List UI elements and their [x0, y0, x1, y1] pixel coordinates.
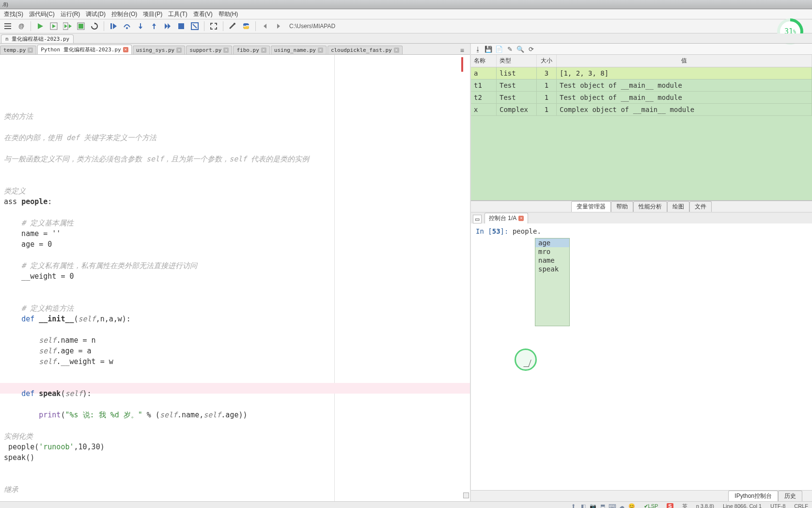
menu-run[interactable]: 运行(R) [58, 10, 83, 18]
menu-console[interactable]: 控制台(O) [109, 10, 140, 18]
svg-marker-7 [64, 24, 67, 28]
tray-icon[interactable]: ⌨ [609, 503, 616, 508]
code-editor[interactable]: 类的方法 在类的内部，使用 def 关键字来定义一个方法 与一般函数定义不同，类… [0, 55, 470, 501]
col-header-size[interactable]: 大小 [537, 55, 557, 67]
tab-temp[interactable]: temp.py× [0, 46, 36, 54]
close-icon[interactable]: × [28, 48, 33, 53]
right-pane: ⭳ 💾 📄 ✎ 🔍 ⟳ 名称 类型 大小 值 a list 3 [1, 2, 3… [471, 44, 812, 501]
python-path-icon[interactable] [240, 20, 252, 32]
svg-marker-18 [168, 23, 171, 29]
tray-icon[interactable]: 😊 [628, 503, 635, 508]
tab-help[interactable]: 帮助 [611, 201, 633, 212]
ime-indicator[interactable]: S [667, 503, 673, 508]
run-icon[interactable] [34, 20, 46, 32]
close-icon[interactable]: × [318, 48, 323, 53]
autocomplete-option[interactable]: name [535, 256, 569, 265]
run-cell-advance-icon[interactable] [62, 20, 73, 32]
tray-icon[interactable]: ⬆ [570, 503, 577, 508]
menu-tools[interactable]: 工具(T) [165, 10, 190, 18]
autocomplete-option[interactable]: age [535, 238, 569, 247]
autocomplete-option[interactable]: mro [535, 247, 569, 256]
close-icon[interactable]: × [176, 48, 182, 53]
tray-icon[interactable]: 📷 [590, 503, 596, 508]
tab-using-sys[interactable]: using_sys.py× [133, 46, 185, 54]
svg-rect-1 [4, 26, 11, 27]
tab-variable-explorer[interactable]: 变量管理器 [571, 201, 611, 212]
right-top-tabs: 变量管理器 帮助 性能分析 绘图 文件 [471, 201, 812, 212]
nav-forward-icon[interactable] [273, 20, 284, 32]
tab-support[interactable]: support.py× [186, 46, 232, 54]
variable-explorer[interactable]: 名称 类型 大小 值 a list 3 [1, 2, 3, 8] t1 Test… [471, 55, 812, 201]
tab-files[interactable]: 文件 [689, 201, 712, 212]
table-row[interactable]: t2 Test 1 Test object of __main__ module [471, 92, 812, 104]
autocomplete-popup[interactable]: age mro name speak [535, 238, 570, 326]
window-title: .8) [0, 0, 812, 9]
close-icon[interactable]: × [123, 47, 128, 52]
preferences-icon[interactable] [227, 20, 238, 32]
nav-back-icon[interactable] [259, 20, 271, 32]
tab-profiler[interactable]: 性能分析 [633, 201, 667, 212]
tab-fibo[interactable]: fibo.py× [233, 46, 269, 54]
menu-debug[interactable]: 调试(D) [83, 10, 109, 18]
svg-marker-3 [38, 23, 43, 29]
save-icon[interactable]: 💾 [484, 45, 492, 53]
save-as-icon[interactable]: 📄 [495, 45, 503, 53]
collapse-marker [461, 57, 463, 72]
menu-search[interactable]: 查找(S) [1, 10, 26, 18]
close-icon[interactable]: × [394, 48, 399, 53]
tab-plots[interactable]: 绘图 [667, 201, 689, 212]
rerun-icon[interactable] [89, 20, 100, 32]
continue-icon[interactable] [162, 20, 173, 32]
close-icon[interactable]: × [223, 48, 229, 53]
breadcrumb[interactable]: n 量化编程基础-2023.py [1, 34, 74, 43]
tray-icon[interactable]: ◧ [580, 503, 587, 508]
close-icon[interactable]: × [518, 216, 524, 221]
tab-main[interactable]: Python 量化编程基础-2023.py× [37, 45, 131, 54]
console-tab[interactable]: 控制台 1/A × [484, 213, 528, 223]
run-selection-icon[interactable] [75, 20, 87, 32]
autocomplete-option[interactable]: speak [535, 265, 569, 273]
at-icon[interactable]: @ [16, 20, 27, 32]
menu-help[interactable]: 帮助(H) [216, 10, 241, 18]
variable-explorer-toolbar: ⭳ 💾 📄 ✎ 🔍 ⟳ [471, 44, 812, 55]
edit-icon[interactable]: ✎ [506, 45, 514, 53]
step-out-icon[interactable] [148, 20, 160, 32]
import-icon[interactable]: ⭳ [474, 45, 482, 53]
tab-cloudpickle[interactable]: cloudpickle_fast.py× [328, 46, 403, 54]
table-row[interactable]: a list 3 [1, 2, 3, 8] [471, 67, 812, 79]
new-console-icon[interactable]: ▭ [473, 215, 482, 223]
table-row[interactable]: x Complex 1 Complex object of __main__ m… [471, 104, 812, 116]
tab-overflow-icon[interactable]: ≡ [457, 47, 467, 54]
menu-source[interactable]: 源代码(C) [26, 10, 58, 18]
breadcrumb-bar: n 量化编程基础-2023.py [0, 33, 812, 44]
refresh-icon[interactable]: ⟳ [527, 45, 535, 53]
close-icon[interactable]: × [261, 48, 266, 53]
tray-icons: ⬆ ◧ 📷 ⬒ ⌨ ☁ 😊 [570, 503, 635, 508]
tray-icon[interactable]: ⬒ [599, 503, 606, 508]
debug-exit-icon[interactable] [189, 20, 201, 32]
tab-ipython-console[interactable]: IPython控制台 [728, 491, 778, 501]
tab-using-name[interactable]: using_name.py× [271, 46, 327, 54]
stop-icon[interactable] [175, 20, 187, 32]
ime-lang[interactable]: 英 [682, 503, 687, 508]
maximize-icon[interactable] [208, 20, 219, 32]
step-over-icon[interactable] [121, 20, 133, 32]
outline-icon[interactable] [2, 20, 14, 32]
console-pane: ▭ 控制台 1/A × In [53]: people. age mro nam… [471, 212, 812, 501]
menu-view[interactable]: 查看(V) [190, 10, 216, 18]
search-icon[interactable]: 🔍 [516, 45, 524, 53]
table-row[interactable]: t1 Test 1 Test object of __main__ module [471, 79, 812, 92]
col-header-name[interactable]: 名称 [471, 55, 497, 67]
menu-project[interactable]: 项目(P) [140, 10, 165, 18]
debug-step-icon[interactable] [108, 20, 119, 32]
status-eol: CRLF [794, 503, 808, 508]
toolbar: @ C:\Users\MIAPAD 31% CPU [0, 19, 812, 33]
col-header-type[interactable]: 类型 [497, 55, 537, 67]
step-into-icon[interactable] [135, 20, 146, 32]
run-cell-icon[interactable] [48, 20, 60, 32]
tray-icon[interactable]: ☁ [619, 503, 625, 508]
console-body[interactable]: In [53]: people. age mro name speak [471, 223, 812, 490]
tab-history[interactable]: 历史 [778, 491, 802, 501]
console-input-text: people. [513, 227, 541, 235]
col-header-value[interactable]: 值 [557, 55, 812, 67]
